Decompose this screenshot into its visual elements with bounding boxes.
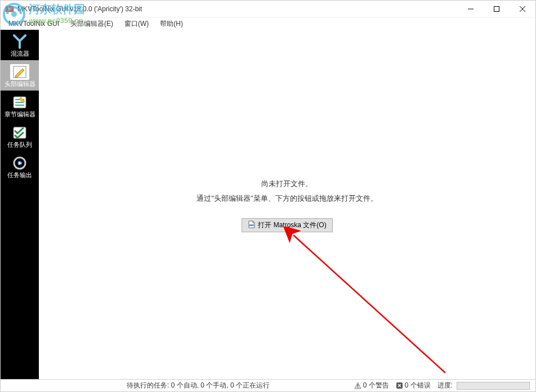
sidebar-item-job-output[interactable]: 任务输出 xyxy=(1,151,39,182)
svg-point-18 xyxy=(357,387,358,388)
status-warnings: 0 个警告 xyxy=(351,381,392,390)
svg-rect-15 xyxy=(249,224,254,226)
minimize-button[interactable] xyxy=(458,1,484,17)
open-matroska-button[interactable]: 打开 Matroska 文件(O) xyxy=(242,218,332,232)
sidebar: 混流器 头部编辑器 章节编辑器 xyxy=(1,30,39,379)
svg-rect-3 xyxy=(494,6,499,11)
window-title: MKVToolNix GUI v18.0.0 ('Apricity') 32-b… xyxy=(17,5,458,13)
maximize-button[interactable] xyxy=(484,1,510,17)
mux-icon xyxy=(10,34,29,49)
empty-state: 尚未打开文件。 通过"头部编辑器"菜单、下方的按钮或拖放来打开文件。 xyxy=(196,177,377,206)
sidebar-item-label: 章节编辑器 xyxy=(5,111,35,118)
status-progress: 进度: xyxy=(434,381,533,390)
output-icon xyxy=(10,155,29,171)
open-button-label: 打开 Matroska 文件(O) xyxy=(258,220,326,230)
progress-bar xyxy=(457,382,530,390)
app-icon xyxy=(5,4,14,13)
sidebar-item-header-editor[interactable]: 头部编辑器 xyxy=(1,60,39,91)
menu-window[interactable]: 窗口(W) xyxy=(119,18,154,30)
sidebar-item-job-queue[interactable]: 任务队列 xyxy=(1,121,39,151)
window-controls xyxy=(458,1,535,17)
warning-icon xyxy=(354,382,361,389)
sidebar-item-label: 任务输出 xyxy=(7,172,32,178)
edit-icon xyxy=(10,64,29,80)
file-icon xyxy=(248,220,256,230)
status-pending: 待执行的任务: 0 个自动, 0 个手动, 0 个正在运行 xyxy=(127,381,270,390)
sidebar-item-label: 任务队列 xyxy=(7,142,32,148)
menu-help[interactable]: 帮助(H) xyxy=(154,18,189,30)
empty-line2: 通过"头部编辑器"菜单、下方的按钮或拖放来打开文件。 xyxy=(196,191,377,206)
sidebar-item-chapter-editor[interactable]: 章节编辑器 xyxy=(1,91,39,121)
sidebar-item-muxer[interactable]: 混流器 xyxy=(1,30,39,60)
sidebar-item-label: 混流器 xyxy=(11,51,29,57)
main-area: 尚未打开文件。 通过"头部编辑器"菜单、下方的按钮或拖放来打开文件。 打开 Ma… xyxy=(39,30,535,379)
statusbar: 待执行的任务: 0 个自动, 0 个手动, 0 个正在运行 0 个警告 0 个错… xyxy=(1,379,535,391)
titlebar: MKVToolNix GUI v18.0.0 ('Apricity') 32-b… xyxy=(1,1,535,17)
error-icon xyxy=(396,382,403,389)
body-area: 混流器 头部编辑器 章节编辑器 xyxy=(1,30,535,379)
chapter-icon xyxy=(10,94,29,110)
menu-mkvtoolnix-gui[interactable]: MKVToolNix GUI xyxy=(3,19,65,29)
menu-header-editor[interactable]: 头部编辑器(E) xyxy=(65,18,119,30)
status-errors: 0 个错误 xyxy=(392,381,434,390)
close-button[interactable] xyxy=(510,1,535,17)
sidebar-item-label: 头部编辑器 xyxy=(5,81,35,87)
menubar: MKVToolNix GUI 头部编辑器(E) 窗口(W) 帮助(H) xyxy=(1,17,535,30)
empty-line1: 尚未打开文件。 xyxy=(196,177,377,191)
queue-icon xyxy=(10,125,29,141)
